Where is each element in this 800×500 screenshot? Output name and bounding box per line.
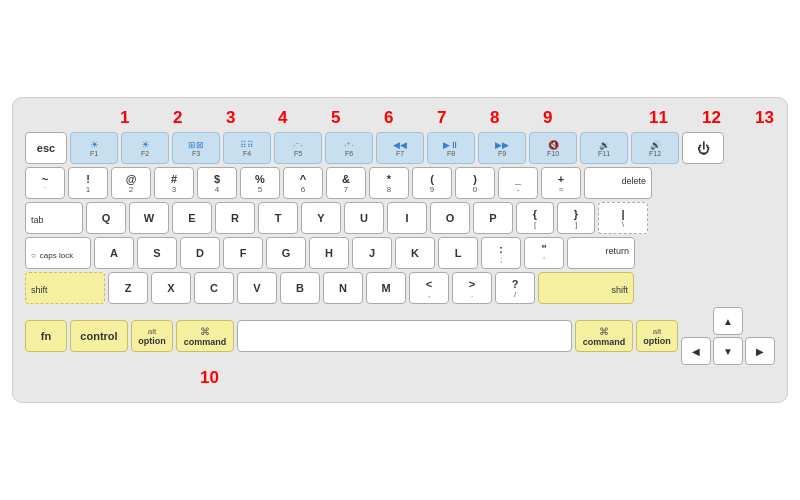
- key-s[interactable]: S: [137, 237, 177, 269]
- key-minus[interactable]: _ -: [498, 167, 538, 199]
- key-3[interactable]: # 3: [154, 167, 194, 199]
- label-9: 9: [543, 108, 552, 128]
- label-8: 8: [490, 108, 499, 128]
- key-f[interactable]: F: [223, 237, 263, 269]
- key-fn[interactable]: fn: [25, 320, 67, 352]
- key-a[interactable]: A: [94, 237, 134, 269]
- qwerty-row: tab Q W E R T Y U I O P { [ } ] | \: [25, 202, 775, 234]
- key-f6[interactable]: ·⁺· F6: [325, 132, 373, 164]
- key-i[interactable]: I: [387, 202, 427, 234]
- key-q[interactable]: Q: [86, 202, 126, 234]
- key-esc[interactable]: esc: [25, 132, 67, 164]
- keyboard: 1 2 3 4 5 6 7 8 9 11 12 13 esc ☀ F1 ☀ F2…: [12, 97, 788, 403]
- key-f9[interactable]: ▶▶ F9: [478, 132, 526, 164]
- key-shift-left[interactable]: shift: [25, 272, 105, 304]
- key-r[interactable]: R: [215, 202, 255, 234]
- key-0[interactable]: ) 0: [455, 167, 495, 199]
- key-y[interactable]: Y: [301, 202, 341, 234]
- key-option-right[interactable]: alt option: [636, 320, 678, 352]
- arrow-lr-row: ◀ ▼ ▶: [681, 337, 775, 365]
- key-arrow-up[interactable]: ▲: [713, 307, 743, 335]
- key-option-left[interactable]: alt option: [131, 320, 173, 352]
- label-4: 4: [278, 108, 287, 128]
- key-5[interactable]: % 5: [240, 167, 280, 199]
- key-space[interactable]: [237, 320, 572, 352]
- number-labels-row: 1 2 3 4 5 6 7 8 9 11 12 13: [25, 108, 775, 132]
- key-f10[interactable]: 🔇 F10: [529, 132, 577, 164]
- key-control[interactable]: control: [70, 320, 128, 352]
- key-period[interactable]: > .: [452, 272, 492, 304]
- key-7[interactable]: & 7: [326, 167, 366, 199]
- key-j[interactable]: J: [352, 237, 392, 269]
- key-8[interactable]: * 8: [369, 167, 409, 199]
- key-p[interactable]: P: [473, 202, 513, 234]
- key-c[interactable]: C: [194, 272, 234, 304]
- key-k[interactable]: K: [395, 237, 435, 269]
- key-equals[interactable]: + =: [541, 167, 581, 199]
- key-backslash[interactable]: | \: [598, 202, 648, 234]
- key-arrow-right[interactable]: ▶: [745, 337, 775, 365]
- key-shift-right[interactable]: shift: [538, 272, 634, 304]
- key-semicolon[interactable]: : ;: [481, 237, 521, 269]
- key-f3[interactable]: ⊞⊠ F3: [172, 132, 220, 164]
- key-x[interactable]: X: [151, 272, 191, 304]
- key-f7[interactable]: ◀◀ F7: [376, 132, 424, 164]
- key-slash[interactable]: ? /: [495, 272, 535, 304]
- key-1[interactable]: ! 1: [68, 167, 108, 199]
- key-v[interactable]: V: [237, 272, 277, 304]
- key-l[interactable]: L: [438, 237, 478, 269]
- label-11: 11: [649, 108, 668, 128]
- arrow-up-row: ▲: [681, 307, 775, 335]
- fn-row: esc ☀ F1 ☀ F2 ⊞⊠ F3 ⠿⠿ F4 ·⁻· F5 ·⁺· F6 …: [25, 132, 775, 164]
- key-arrow-down[interactable]: ▼: [713, 337, 743, 365]
- key-command-right[interactable]: ⌘ command: [575, 320, 633, 352]
- key-f12[interactable]: 🔊 F12: [631, 132, 679, 164]
- key-arrow-left[interactable]: ◀: [681, 337, 711, 365]
- key-rbracket[interactable]: } ]: [557, 202, 595, 234]
- key-b[interactable]: B: [280, 272, 320, 304]
- key-f4[interactable]: ⠿⠿ F4: [223, 132, 271, 164]
- key-6[interactable]: ^ 6: [283, 167, 323, 199]
- key-tilde[interactable]: ~ `: [25, 167, 65, 199]
- key-u[interactable]: U: [344, 202, 384, 234]
- key-f11[interactable]: 🔉 F11: [580, 132, 628, 164]
- key-return[interactable]: return: [567, 237, 635, 269]
- key-delete[interactable]: delete: [584, 167, 652, 199]
- key-w[interactable]: W: [129, 202, 169, 234]
- key-f2[interactable]: ☀ F2: [121, 132, 169, 164]
- label-2: 2: [173, 108, 182, 128]
- key-quote[interactable]: " ': [524, 237, 564, 269]
- key-n[interactable]: N: [323, 272, 363, 304]
- key-f8[interactable]: ▶⏸ F8: [427, 132, 475, 164]
- zxcv-row: shift Z X C V B N M < , > . ? / shift: [25, 272, 775, 304]
- key-z[interactable]: Z: [108, 272, 148, 304]
- key-comma[interactable]: < ,: [409, 272, 449, 304]
- key-g[interactable]: G: [266, 237, 306, 269]
- label-7: 7: [437, 108, 446, 128]
- key-lbracket[interactable]: { [: [516, 202, 554, 234]
- key-caps-lock[interactable]: ○ caps lock: [25, 237, 91, 269]
- key-h[interactable]: H: [309, 237, 349, 269]
- key-f1[interactable]: ☀ F1: [70, 132, 118, 164]
- key-d[interactable]: D: [180, 237, 220, 269]
- key-9[interactable]: ( 9: [412, 167, 452, 199]
- key-f5[interactable]: ·⁻· F5: [274, 132, 322, 164]
- key-4[interactable]: $ 4: [197, 167, 237, 199]
- key-e[interactable]: E: [172, 202, 212, 234]
- label-13: 13: [755, 108, 774, 128]
- arrow-keys: ▲ ◀ ▼ ▶: [681, 307, 775, 365]
- label-3: 3: [226, 108, 235, 128]
- label-12: 12: [702, 108, 721, 128]
- key-m[interactable]: M: [366, 272, 406, 304]
- label-10: 10: [200, 368, 775, 388]
- key-command-left[interactable]: ⌘ command: [176, 320, 234, 352]
- key-tab[interactable]: tab: [25, 202, 83, 234]
- label-5: 5: [331, 108, 340, 128]
- key-o[interactable]: O: [430, 202, 470, 234]
- label-6: 6: [384, 108, 393, 128]
- number-row: ~ ` ! 1 @ 2 # 3 $ 4 % 5 ^ 6 & 7: [25, 167, 775, 199]
- key-power[interactable]: ⏻: [682, 132, 724, 164]
- key-2[interactable]: @ 2: [111, 167, 151, 199]
- bottom-row: fn control alt option ⌘ command ⌘ comman…: [25, 307, 775, 365]
- key-t[interactable]: T: [258, 202, 298, 234]
